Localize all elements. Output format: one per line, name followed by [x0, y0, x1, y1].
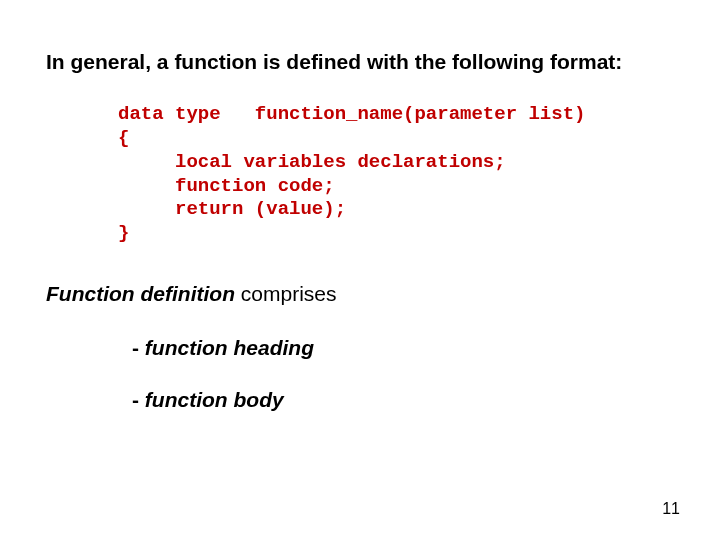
code-line-3: local variables declarations; — [118, 151, 506, 173]
code-line-4: function code; — [118, 175, 335, 197]
code-line-6: } — [118, 222, 129, 244]
code-line-1: data type function_name(parameter list) — [118, 103, 585, 125]
intro-text: In general, a function is defined with t… — [46, 48, 674, 75]
page-number: 11 — [662, 500, 680, 518]
code-block: data type function_name(parameter list) … — [118, 103, 674, 246]
code-line-5: return (value); — [118, 198, 346, 220]
bullet-1-prefix: - — [132, 336, 145, 359]
bullet-2-text: function body — [145, 388, 284, 411]
definition-rest: comprises — [235, 282, 337, 305]
slide: In general, a function is defined with t… — [0, 0, 720, 540]
definition-term: Function definition — [46, 282, 235, 305]
definition-line: Function definition comprises — [46, 282, 674, 306]
bullet-1-text: function heading — [145, 336, 314, 359]
bullet-1: - function heading — [132, 336, 674, 360]
bullet-2: - function body — [132, 388, 674, 412]
bullet-2-prefix: - — [132, 388, 145, 411]
code-line-2: { — [118, 127, 129, 149]
